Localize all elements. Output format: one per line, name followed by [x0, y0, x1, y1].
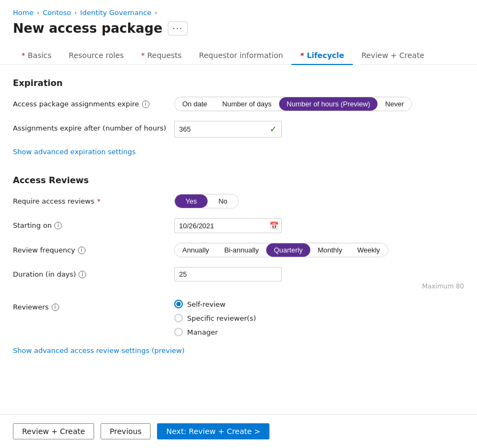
- freq-monthly-btn[interactable]: Monthly: [310, 243, 350, 257]
- access-reviews-section-title: Access Reviews: [13, 175, 464, 185]
- tab-requests[interactable]: Requests: [132, 47, 190, 65]
- page-title: New access package: [13, 21, 162, 36]
- reviewer-manager-radio[interactable]: [174, 328, 183, 336]
- tab-review-create[interactable]: Review + Create: [353, 47, 433, 65]
- previous-button[interactable]: Previous: [101, 423, 151, 439]
- nav-tabs: Basics Resource roles Requests Requestor…: [0, 47, 477, 65]
- show-advanced-access-review-link[interactable]: Show advanced access review settings (pr…: [13, 346, 184, 355]
- tab-basics[interactable]: Basics: [13, 47, 60, 65]
- freq-bi-annually-btn[interactable]: Bi-annually: [217, 243, 266, 257]
- require-access-reviews-label: Require access reviews *: [13, 194, 174, 205]
- reviewer-self-review-radio[interactable]: [174, 300, 183, 308]
- freq-annually-btn[interactable]: Annually: [175, 243, 217, 257]
- expire-after-label: Assignments expire after (number of hour…: [13, 121, 174, 132]
- breadcrumb-identity-governance[interactable]: Identity Governance: [80, 9, 151, 17]
- starting-on-input[interactable]: [179, 222, 269, 230]
- expire-number-of-hours-btn[interactable]: Number of hours (Preview): [279, 97, 378, 111]
- breadcrumb-home[interactable]: Home: [13, 9, 33, 17]
- reviewers-label: Reviewers i: [13, 300, 174, 311]
- duration-label: Duration (in days) i: [13, 267, 174, 278]
- required-star: *: [97, 197, 101, 205]
- expire-number-of-days-btn[interactable]: Number of days: [215, 97, 279, 111]
- show-advanced-expiration-link[interactable]: Show advanced expiration settings: [13, 148, 136, 156]
- require-access-reviews-control: Yes No: [174, 194, 464, 208]
- starting-on-control: 📅: [174, 218, 464, 233]
- starting-on-info-icon[interactable]: i: [54, 222, 62, 229]
- reviewer-self-review[interactable]: Self-review: [174, 300, 464, 308]
- assignments-expire-label: Access package assignments expire i: [13, 97, 174, 108]
- require-yes-btn[interactable]: Yes: [175, 194, 208, 208]
- freq-weekly-btn[interactable]: Weekly: [350, 243, 387, 257]
- ellipsis-button[interactable]: ···: [168, 21, 188, 35]
- duration-info-icon[interactable]: i: [79, 271, 86, 278]
- review-frequency-label: Review frequency i: [13, 243, 174, 254]
- expiration-section-title: Expiration: [13, 78, 464, 88]
- breadcrumb: Home › Contoso › Identity Governance ›: [13, 9, 464, 17]
- assignments-expire-options: On date Number of days Number of hours (…: [174, 97, 464, 111]
- expire-after-input[interactable]: [179, 125, 268, 133]
- reviewers-info-icon[interactable]: i: [52, 304, 59, 311]
- tab-lifecycle[interactable]: Lifecycle: [291, 47, 353, 65]
- reviewer-manager-label: Manager: [187, 328, 218, 336]
- next-review-create-button[interactable]: Next: Review + Create >: [157, 423, 269, 439]
- footer: Review + Create Previous Next: Review + …: [0, 414, 477, 448]
- main-content: Expiration Access package assignments ex…: [0, 65, 477, 414]
- freq-quarterly-btn[interactable]: Quarterly: [266, 243, 310, 257]
- calendar-icon[interactable]: 📅: [269, 221, 279, 230]
- expire-never-btn[interactable]: Never: [378, 97, 411, 111]
- review-create-button[interactable]: Review + Create: [13, 423, 94, 439]
- tab-resource-roles[interactable]: Resource roles: [60, 47, 132, 65]
- expire-after-control: ✓: [174, 121, 464, 138]
- duration-control: Maximum 80: [174, 267, 464, 290]
- assignments-expire-info-icon[interactable]: i: [142, 100, 149, 108]
- review-frequency-control: Annually Bi-annually Quarterly Monthly W…: [174, 243, 464, 257]
- reviewers-radio-group: Self-review Specific reviewer(s) Manager: [174, 300, 464, 336]
- reviewer-manager[interactable]: Manager: [174, 328, 464, 336]
- duration-max-text: Maximum 80: [174, 283, 464, 290]
- check-icon: ✓: [270, 124, 277, 134]
- expire-on-date-btn[interactable]: On date: [175, 97, 215, 111]
- duration-input[interactable]: [174, 267, 282, 281]
- require-no-btn[interactable]: No: [208, 194, 238, 208]
- reviewer-specific-radio[interactable]: [174, 314, 183, 322]
- reviewer-specific-label: Specific reviewer(s): [187, 314, 256, 322]
- starting-on-label: Starting on i: [13, 218, 174, 229]
- review-frequency-info-icon[interactable]: i: [78, 247, 86, 254]
- reviewers-control: Self-review Specific reviewer(s) Manager: [174, 300, 464, 336]
- reviewer-self-review-label: Self-review: [187, 300, 225, 308]
- breadcrumb-contoso[interactable]: Contoso: [42, 9, 71, 17]
- tab-requestor-information[interactable]: Requestor information: [190, 47, 291, 65]
- reviewer-specific[interactable]: Specific reviewer(s): [174, 314, 464, 322]
